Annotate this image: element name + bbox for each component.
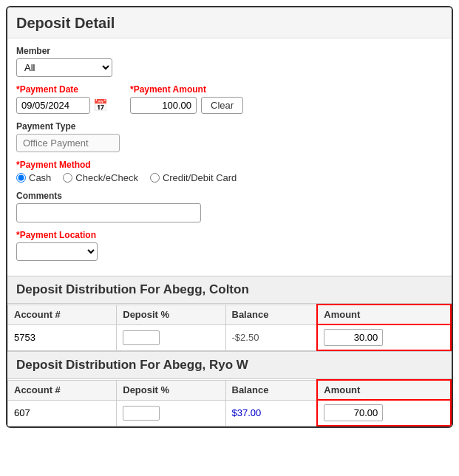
dist1-col-account: Account #: [8, 305, 117, 324]
dist1-row-0: 5753 -$2.50: [8, 324, 452, 350]
payment-location-label: *Payment Location: [16, 230, 443, 240]
dist1-col-amount: Amount: [317, 305, 451, 324]
payment-location-select[interactable]: [16, 242, 98, 261]
dist2-col-account: Account #: [8, 380, 117, 400]
dist2-col-pct: Deposit %: [117, 380, 225, 400]
payment-method-radio-group: Cash Check/eCheck Credit/Debit Card: [16, 172, 443, 183]
comments-field: Comments: [16, 191, 443, 222]
dist2-col-balance: Balance: [225, 380, 317, 400]
payment-location-field: *Payment Location: [16, 230, 443, 261]
dist1-balance-value-0: -$2.50: [232, 332, 259, 343]
dist2-pct-0: [117, 400, 225, 426]
dist1-pct-input-0[interactable]: [123, 330, 160, 345]
distribution-table-2: Account # Deposit % Balance Amount 607 $…: [7, 379, 452, 426]
clear-button[interactable]: Clear: [201, 97, 243, 114]
distribution-header-2: Deposit Distribution For Abegg, Ryo W: [7, 352, 452, 379]
payment-date-label: *Payment Date: [16, 84, 108, 95]
dist2-balance-value-0: $37.00: [232, 407, 262, 418]
radio-cash-text: Cash: [29, 172, 51, 183]
dist1-col-balance: Balance: [225, 305, 317, 324]
radio-cash[interactable]: [16, 173, 26, 183]
member-label: Member: [16, 46, 443, 56]
radio-card-text: Credit/Debit Card: [163, 172, 237, 183]
dist1-balance-0: -$2.50: [225, 324, 317, 350]
dist2-pct-input-0[interactable]: [123, 406, 160, 421]
radio-card-label[interactable]: Credit/Debit Card: [150, 172, 237, 183]
payment-amount-label: *Payment Amount: [130, 84, 243, 95]
form-body: Member All *Payment Date 📅 *Payment Amou…: [7, 38, 452, 276]
distribution-section-2: Deposit Distribution For Abegg, Ryo W Ac…: [7, 351, 452, 426]
dist2-amount-0: [317, 400, 451, 426]
payment-date-amount-row: *Payment Date 📅 *Payment Amount Clear: [16, 84, 443, 114]
distribution-section-1: Deposit Distribution For Abegg, Colton A…: [7, 276, 452, 351]
member-field: Member All: [16, 46, 443, 77]
radio-card[interactable]: [150, 173, 160, 183]
amount-input-wrapper: Clear: [130, 97, 243, 114]
radio-check-label[interactable]: Check/eCheck: [63, 172, 138, 183]
calendar-icon[interactable]: 📅: [93, 98, 108, 112]
payment-type-input[interactable]: [16, 134, 120, 152]
dist1-pct-0: [117, 324, 225, 350]
payment-date-group: *Payment Date 📅: [16, 84, 108, 114]
comments-label: Comments: [16, 191, 443, 201]
payment-type-label: Payment Type: [16, 121, 443, 132]
radio-check[interactable]: [63, 173, 72, 183]
member-select[interactable]: All: [16, 58, 112, 77]
dist1-header-row: Account # Deposit % Balance Amount: [8, 305, 452, 324]
payment-amount-group: *Payment Amount Clear: [130, 84, 243, 114]
dist2-balance-0: $37.00: [225, 400, 317, 426]
payment-date-input[interactable]: [16, 97, 90, 114]
main-container: Deposit Detail Member All *Payment Date …: [6, 6, 453, 428]
dist2-col-amount: Amount: [317, 380, 451, 400]
page-title: Deposit Detail: [7, 7, 452, 38]
distribution-table-1: Account # Deposit % Balance Amount 5753 …: [7, 304, 452, 351]
date-input-wrapper: 📅: [16, 97, 108, 114]
dist2-row-0: 607 $37.00: [8, 400, 452, 426]
payment-amount-input[interactable]: [130, 97, 197, 114]
dist1-amount-input-0[interactable]: [324, 329, 383, 346]
dist1-amount-0: [317, 324, 451, 350]
payment-type-field: Payment Type: [16, 121, 443, 152]
comments-input[interactable]: [16, 203, 201, 222]
radio-cash-label[interactable]: Cash: [16, 172, 51, 183]
dist2-account-0: 607: [8, 400, 117, 426]
radio-check-text: Check/eCheck: [75, 172, 138, 183]
dist2-amount-input-0[interactable]: [324, 404, 383, 421]
payment-method-field: *Payment Method Cash Check/eCheck Credit…: [16, 160, 443, 183]
payment-method-label: *Payment Method: [16, 160, 443, 170]
dist2-header-row: Account # Deposit % Balance Amount: [8, 380, 452, 400]
dist1-col-pct: Deposit %: [117, 305, 225, 324]
dist1-account-0: 5753: [8, 324, 117, 350]
distribution-header-1: Deposit Distribution For Abegg, Colton: [7, 276, 452, 304]
